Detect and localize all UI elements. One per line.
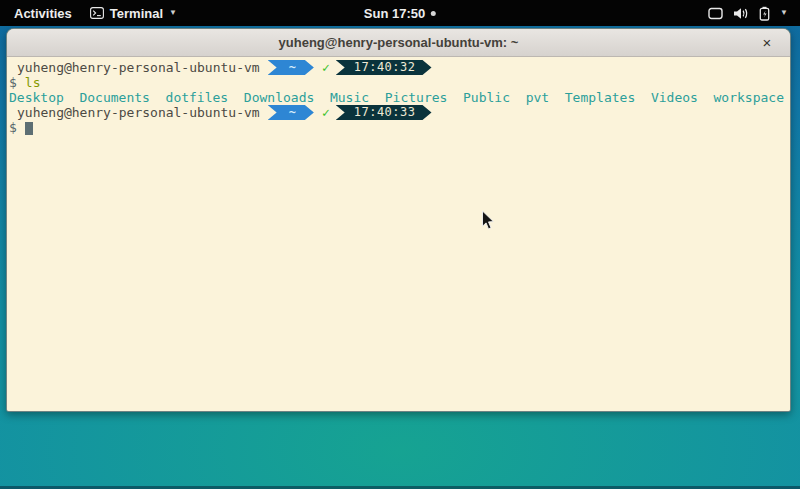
terminal-window: yuheng@henry-personal-ubuntu-vm: ~ × yuh… (6, 28, 791, 412)
close-button[interactable]: × (756, 29, 778, 56)
gnome-top-bar: Activities Terminal ▼ Sun 17:50 (0, 0, 800, 26)
shell-prompt-symbol: $ (9, 120, 17, 135)
powerline-path-segment: ~ (268, 105, 314, 120)
top-bar-left: Activities Terminal ▼ (10, 0, 177, 26)
volume-icon (733, 7, 749, 20)
prompt-user: yuheng@henry-personal-ubuntu-vm (17, 105, 260, 120)
system-status-menu[interactable]: ▼ (708, 0, 790, 26)
directory-name: Documents (79, 90, 149, 105)
directory-name: dotfiles (166, 90, 229, 105)
typed-command: ls (25, 75, 41, 90)
directory-name: workspace (714, 90, 784, 105)
input-line: $ (9, 120, 790, 135)
directory-name: Templates (565, 90, 635, 105)
directory-name: pvt (526, 90, 549, 105)
directory-name: Music (330, 90, 369, 105)
chevron-down-icon: ▼ (780, 9, 788, 17)
directory-name: Pictures (385, 90, 448, 105)
directory-name: Downloads (244, 90, 314, 105)
ls-output-line: Desktop Documents dotfiles Downloads Mus… (9, 90, 790, 105)
clock-label: Sun 17:50 (364, 6, 425, 21)
powerline-path-segment: ~ (268, 60, 314, 75)
window-title: yuheng@henry-personal-ubuntu-vm: ~ (279, 35, 519, 50)
chevron-down-icon: ▼ (169, 9, 177, 17)
terminal-cursor (25, 122, 33, 135)
clock-button[interactable]: Sun 17:50 (364, 0, 436, 26)
check-icon: ✓ (322, 60, 330, 75)
powerline-time-segment: 17:40:33 (336, 105, 432, 120)
app-menu-label: Terminal (110, 6, 163, 21)
prompt-line: yuheng@henry-personal-ubuntu-vm~✓17:40:3… (9, 105, 790, 120)
check-icon: ✓ (322, 105, 330, 120)
shell-prompt-symbol: $ (9, 75, 17, 90)
notification-dot (431, 11, 436, 16)
directory-name: Public (463, 90, 510, 105)
activities-button[interactable]: Activities (10, 6, 76, 21)
directory-name: Videos (651, 90, 698, 105)
command-line: $ls (9, 75, 790, 90)
directory-name: Desktop (9, 90, 64, 105)
prompt-user: yuheng@henry-personal-ubuntu-vm (17, 60, 260, 75)
app-menu-button[interactable]: Terminal ▼ (90, 6, 177, 21)
battery-charging-icon (759, 6, 770, 21)
prompt-line: yuheng@henry-personal-ubuntu-vm~✓17:40:3… (9, 60, 790, 75)
terminal-screen[interactable]: yuheng@henry-personal-ubuntu-vm~✓17:40:3… (7, 57, 790, 412)
display-icon (708, 7, 723, 20)
terminal-icon (90, 7, 104, 19)
desktop-background: Activities Terminal ▼ Sun 17:50 (0, 0, 800, 489)
window-titlebar[interactable]: yuheng@henry-personal-ubuntu-vm: ~ × (7, 29, 790, 57)
powerline-time-segment: 17:40:32 (336, 60, 432, 75)
